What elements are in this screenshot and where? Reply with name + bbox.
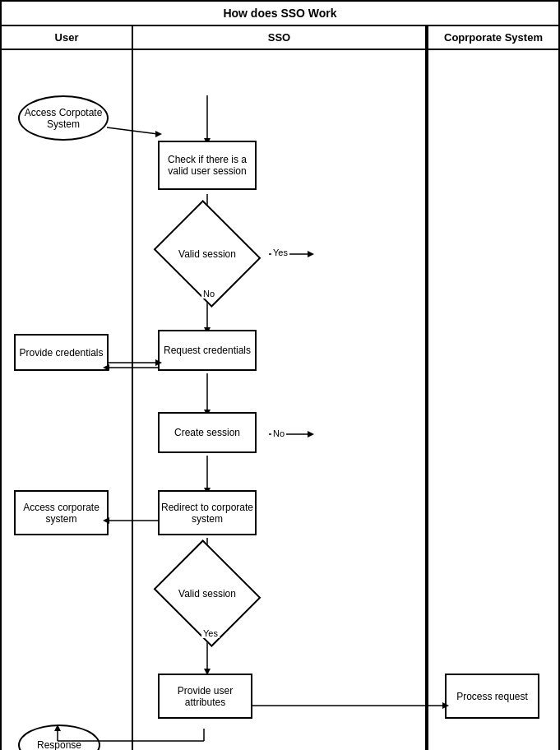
no2-label: No bbox=[271, 428, 286, 438]
lane-corporate: Process request bbox=[427, 50, 558, 750]
yes1-label: Yes bbox=[271, 248, 289, 257]
check-session-rect: Check if there is a valid user session bbox=[158, 141, 257, 190]
yes2-label: Yes bbox=[201, 628, 220, 638]
header-user: User bbox=[2, 26, 133, 49]
header-row: User SSO Coprporate System bbox=[2, 26, 558, 50]
header-sso: SSO bbox=[133, 26, 427, 49]
request-credentials-rect: Request credentials bbox=[158, 330, 257, 371]
provide-credentials-rect: Provide credentials bbox=[14, 334, 109, 371]
no1-label: No bbox=[201, 289, 216, 299]
diagram-title: How does SSO Work bbox=[2, 2, 558, 26]
diagram-wrapper: How does SSO Work User SSO Coprporate Sy… bbox=[0, 0, 560, 750]
provide-attrs-rect: Provide user attributes bbox=[158, 674, 252, 719]
response-oval: Response bbox=[18, 725, 100, 750]
content-area: Access Corpotate System Provide credenti… bbox=[2, 50, 558, 750]
svg-marker-15 bbox=[308, 251, 314, 257]
redirect-rect: Redirect to corporate system bbox=[158, 490, 257, 535]
access-corp-rect: Access corporate system bbox=[14, 490, 109, 535]
svg-marker-17 bbox=[308, 431, 314, 438]
header-corporate: Coprporate System bbox=[427, 26, 558, 49]
lane-user: Access Corpotate System Provide credenti… bbox=[2, 50, 133, 750]
access-corporate-oval: Access Corpotate System bbox=[18, 95, 109, 141]
create-session-rect: Create session bbox=[158, 412, 257, 453]
process-request-rect: Process request bbox=[445, 674, 539, 719]
valid-session2-diamond: Valid session bbox=[166, 558, 248, 628]
valid-session-diamond: Valid session bbox=[166, 219, 248, 289]
lane-sso: Check if there is a valid user session V… bbox=[133, 50, 427, 750]
